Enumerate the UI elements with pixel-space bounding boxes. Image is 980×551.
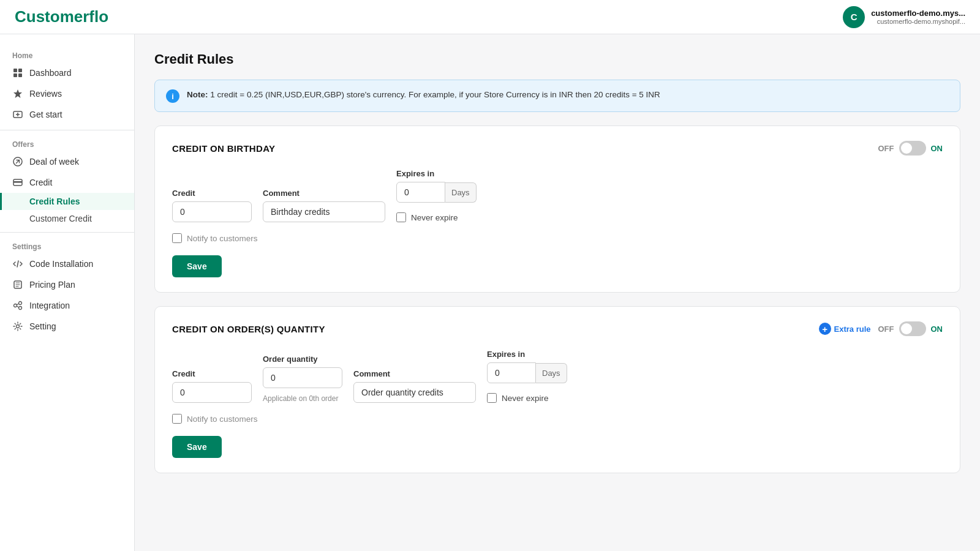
integration-icon [12, 300, 23, 311]
star-icon [12, 88, 23, 99]
order-quantity-toggle-off-label: OFF [878, 324, 894, 334]
dashboard-icon [12, 67, 23, 78]
sidebar-sub-item-creditrules[interactable]: Credit Rules [0, 193, 134, 210]
birthday-comment-group: Comment [263, 189, 385, 222]
extra-rule-label: Extra rule [834, 324, 871, 334]
user-info[interactable]: C customerflo-demo.mys... customerflo-de… [843, 6, 965, 28]
order-quantity-card-header: CREDIT ON ORDER(S) QUANTITY + Extra rule… [172, 321, 943, 336]
app-body: Home Dashboard Reviews Get start Offers [0, 34, 980, 551]
order-quantity-expires-days-input[interactable] [487, 362, 536, 383]
birthday-expires-days-input[interactable] [396, 182, 445, 203]
sidebar-item-credit[interactable]: Credit [0, 172, 134, 193]
birthday-expires-label: Expires in [396, 169, 477, 178]
birthday-toggle-on-label: ON [931, 144, 943, 153]
svg-point-11 [19, 302, 22, 305]
order-quantity-toggle-on-label: ON [931, 324, 943, 334]
order-quantity-toggle-group: OFF ON [878, 321, 943, 336]
birthday-expires-group: Expires in Days Never expire [396, 169, 477, 222]
birthday-save-button[interactable]: Save [172, 255, 222, 277]
sidebar-sub-item-customercredit[interactable]: Customer Credit [0, 210, 134, 227]
order-quantity-expires-label: Expires in [487, 350, 567, 359]
svg-marker-4 [13, 89, 22, 98]
sidebar-item-getstart[interactable]: Get start [0, 104, 134, 125]
note-label: Note: [187, 90, 208, 99]
order-quantity-comment-label: Comment [353, 369, 476, 378]
birthday-toggle-slider [899, 141, 926, 156]
note-box: i Note: 1 credit = 0.25 (INR,USD,EUR,GBP… [154, 80, 960, 112]
note-content: Note: 1 credit = 0.25 (INR,USD,EUR,GBP) … [187, 89, 660, 101]
info-icon: i [166, 89, 179, 103]
order-quantity-never-expire-checkbox[interactable] [487, 393, 497, 403]
birthday-expires-input-group: Days [396, 182, 477, 203]
birthday-credit-input[interactable] [172, 201, 252, 222]
svg-rect-2 [13, 73, 17, 77]
sidebar-section-offers: Offers [0, 135, 134, 151]
order-quantity-toggle-switch[interactable] [899, 321, 926, 336]
sidebar-label-getstart: Get start [29, 110, 62, 119]
getstart-icon [12, 109, 23, 120]
sidebar-item-setting[interactable]: Setting [0, 316, 134, 337]
birthday-credit-label: Credit [172, 189, 252, 198]
credit-icon [12, 177, 23, 188]
birthday-never-expire-label: Never expire [411, 213, 458, 222]
birthday-card: CREDIT ON BIRTHDAY OFF ON Credit Comment [154, 126, 960, 293]
order-quantity-expires-input-group: Days [487, 362, 567, 383]
logo-text-main: Customer [15, 7, 89, 26]
order-quantity-expires-unit: Days [536, 363, 567, 383]
sidebar-item-dashboard[interactable]: Dashboard [0, 62, 134, 83]
birthday-comment-input[interactable] [263, 201, 385, 222]
svg-point-13 [17, 325, 20, 328]
birthday-notify-checkbox[interactable] [172, 233, 182, 243]
birthday-form-row: Credit Comment Expires in Days Never ex [172, 169, 943, 222]
order-quantity-comment-input[interactable] [353, 382, 476, 403]
order-quantity-card: CREDIT ON ORDER(S) QUANTITY + Extra rule… [154, 306, 960, 473]
sidebar-label-integration: Integration [29, 301, 70, 310]
order-quantity-orderqty-group: Order quantity Applicable on 0th order [263, 354, 342, 403]
birthday-card-header: CREDIT ON BIRTHDAY OFF ON [172, 141, 943, 156]
order-quantity-toggle-slider [899, 321, 926, 336]
order-quantity-notify-row: Notify to customers [172, 414, 943, 424]
sidebar-label-creditrules: Credit Rules [29, 197, 80, 206]
order-quantity-form-row: Credit Order quantity Applicable on 0th … [172, 350, 943, 403]
birthday-toggle-group: OFF ON [878, 141, 943, 156]
sidebar-item-integration[interactable]: Integration [0, 295, 134, 316]
user-domain: customerflo-demo.myshopif... [871, 18, 965, 25]
order-quantity-card-title: CREDIT ON ORDER(S) QUANTITY [172, 324, 325, 334]
svg-rect-3 [18, 73, 22, 77]
order-quantity-save-button[interactable]: Save [172, 436, 222, 458]
order-quantity-credit-input[interactable] [172, 382, 252, 403]
order-quantity-comment-group: Comment [353, 369, 476, 403]
page-title: Credit Rules [154, 51, 960, 67]
app-logo: Customerflo [15, 7, 108, 26]
main-content: Credit Rules i Note: 1 credit = 0.25 (IN… [135, 34, 980, 551]
sidebar-item-dealofweek[interactable]: Deal of week [0, 151, 134, 172]
birthday-expires-unit: Days [445, 182, 477, 203]
order-quantity-orderqty-label: Order quantity [263, 354, 342, 364]
order-quantity-applicable-note: Applicable on 0th order [263, 394, 342, 403]
pricingplan-icon [12, 279, 23, 290]
sidebar-item-reviews[interactable]: Reviews [0, 83, 134, 104]
sidebar-label-dashboard: Dashboard [29, 68, 72, 78]
order-quantity-orderqty-input[interactable] [263, 367, 342, 388]
sidebar-label-pricingplan: Pricing Plan [29, 280, 75, 290]
sidebar-item-codeinstall[interactable]: Code Installation [0, 253, 134, 274]
note-text: 1 credit = 0.25 (INR,USD,EUR,GBP) store'… [210, 90, 660, 99]
sidebar-label-codeinstall: Code Installation [29, 259, 93, 269]
gear-icon [12, 321, 23, 332]
sidebar-item-pricingplan[interactable]: Pricing Plan [0, 274, 134, 295]
avatar: C [843, 6, 865, 28]
svg-point-10 [14, 304, 17, 307]
sidebar-divider-1 [0, 130, 134, 130]
birthday-credit-group: Credit [172, 189, 252, 222]
birthday-never-expire-checkbox[interactable] [396, 212, 406, 222]
order-quantity-notify-checkbox[interactable] [172, 414, 182, 424]
order-quantity-expires-group: Expires in Days Never expire [487, 350, 567, 403]
birthday-card-title: CREDIT ON BIRTHDAY [172, 143, 275, 154]
birthday-toggle-switch[interactable] [899, 141, 926, 156]
svg-point-12 [19, 307, 22, 310]
extra-rule-button[interactable]: + Extra rule [819, 323, 871, 335]
sidebar-section-general: Home [0, 47, 134, 62]
birthday-never-expire-row: Never expire [396, 212, 477, 222]
sidebar-section-settings: Settings [0, 238, 134, 253]
codeinstall-icon [12, 258, 23, 269]
